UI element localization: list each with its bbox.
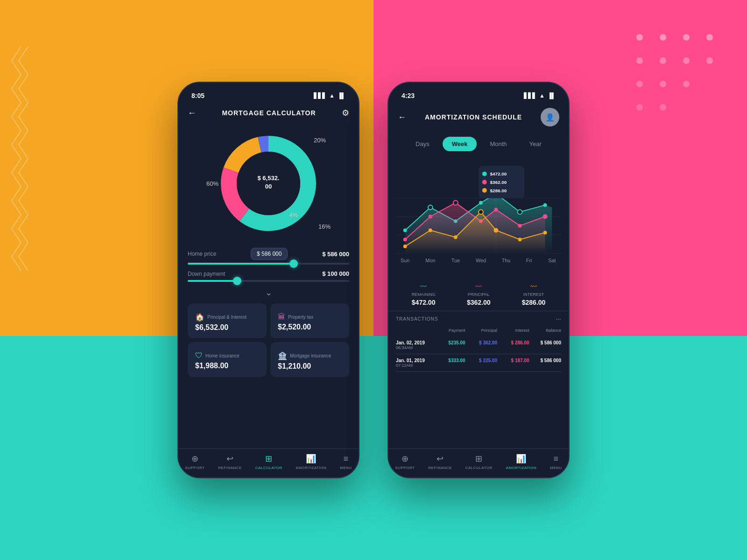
svg-point-54 (482, 172, 487, 176)
card-tax: 🏛 Property tax $2,520.00 (270, 303, 349, 338)
svg-point-31 (543, 203, 547, 207)
filter-button[interactable]: ⚙ (342, 108, 349, 118)
svg-point-37 (518, 224, 522, 228)
nav-menu-1[interactable]: ≡ MENU (340, 454, 352, 470)
calculator-icon-2: ⊞ (475, 454, 482, 464)
stat-label-remaining: Remaining (412, 292, 436, 297)
trans-time-2: 07:12AM (396, 363, 433, 368)
notch-2 (451, 83, 507, 96)
down-payment-label: Down payment (188, 271, 225, 277)
notch-1 (240, 83, 296, 96)
svg-text:Sun: Sun (401, 258, 409, 263)
amortization-icon-1: 📊 (306, 454, 316, 464)
stat-label-principal: Principal (468, 292, 490, 297)
svg-text:$362.00: $362.00 (490, 180, 507, 185)
trans-interest-1: $ 286.00 (504, 340, 529, 345)
support-icon-2: ⊕ (402, 454, 409, 464)
home-price-row: Home price $ 586 000 $ 586 000 (188, 248, 349, 260)
signal-icon: ▋▋▋ (314, 92, 326, 99)
donut-chart: $ 6,532. 00 60% 20% 16% 4% (178, 123, 359, 244)
col-balance: Balance (536, 328, 561, 333)
input-section: Home price $ 586 000 $ 586 000 Down paym… (178, 248, 359, 282)
nav-support-1[interactable]: ⊕ SUPPORT (185, 454, 204, 470)
user-avatar[interactable]: 👤 (541, 108, 559, 126)
nav-refinance-2[interactable]: ↩ REFINANCE (428, 454, 452, 470)
nav-amortization-1[interactable]: 📊 AMORTIZATION (296, 454, 327, 470)
tab-week[interactable]: Week (443, 137, 477, 151)
nav-label-calculator-2: CALCULATOR (465, 466, 493, 470)
stat-principal: 〰 Principal $362.00 (467, 283, 491, 306)
nav-calculator-1[interactable]: ⊞ CALCULATOR (255, 454, 282, 470)
home-price-display: $ 586 000 (322, 251, 349, 258)
transactions-options[interactable]: ··· (556, 315, 561, 322)
amortization-icon-2: 📊 (516, 454, 526, 464)
trans-principal-1: $ 362.00 (472, 340, 497, 345)
card-label-principal: 🏠 Principal & Interest (195, 313, 259, 322)
tab-month[interactable]: Month (480, 137, 516, 151)
nav-label-refinance-2: REFINANCE (428, 466, 452, 470)
transactions-title: TRANSACTIONS (396, 316, 438, 322)
tab-days[interactable]: Days (406, 137, 439, 151)
phones-wrapper: 8:05 ▋▋▋ ▲ ▐▌ ← MORTGAGE CALCULATOR ⚙ (0, 0, 747, 560)
card-label-tax: 🏛 Property tax (278, 313, 342, 321)
page-title-1: MORTGAGE CALCULATOR (222, 109, 316, 117)
donut-label-4: 4% (289, 211, 298, 218)
col-interest: Interest (504, 328, 529, 333)
card-principal: 🏠 Principal & Interest $6,532.00 (188, 303, 267, 338)
bottom-nav-1: ⊕ SUPPORT ↩ REFINANCE ⊞ CALCULATOR 📊 AMO… (178, 448, 359, 477)
col-principal: Principal (472, 328, 497, 333)
stat-value-remaining: $472.00 (412, 299, 436, 306)
back-button-1[interactable]: ← (188, 108, 196, 118)
line-chart: Sun Mon Tue Wed Thu Fri Sat $472.00 $362… (396, 161, 561, 273)
down-payment-display: $ 100 000 (322, 270, 349, 277)
battery-icon: ▐▌ (338, 92, 345, 99)
trans-time-1: 06:34AM (396, 345, 433, 350)
nav-label-amort-2: AMORTIZATION (506, 466, 537, 470)
home-price-slider[interactable] (188, 263, 349, 265)
nav-label-refinance-1: REFINANCE (218, 466, 242, 470)
svg-point-44 (518, 238, 522, 241)
transactions-section: TRANSACTIONS ··· Payment Principal Inter… (388, 311, 569, 376)
trans-balance-1: $ 586 000 (536, 340, 561, 345)
svg-text:Sat: Sat (548, 258, 556, 263)
calculator-icon: ⊞ (265, 454, 272, 464)
nav-refinance-1[interactable]: ↩ REFINANCE (218, 454, 242, 470)
battery-icon-2: ▐▌ (548, 92, 556, 99)
svg-point-28 (479, 201, 483, 205)
principal-wave-icon: 〰 (475, 283, 482, 290)
back-button-2[interactable]: ← (398, 112, 406, 122)
svg-text:00: 00 (265, 183, 272, 190)
donut-label-60: 60% (206, 180, 218, 187)
stats-row: 〰 Remaining $472.00 〰 Principal $362.00 … (388, 278, 569, 311)
status-icons-2: ▋▋▋ ▲ ▐▌ (524, 92, 556, 99)
svg-text:$ 6,532.: $ 6,532. (258, 175, 280, 182)
donut-label-20: 20% (314, 137, 326, 144)
svg-point-26 (428, 205, 433, 210)
card-value-mort-ins: $1,210.00 (278, 362, 342, 371)
tab-year[interactable]: Year (520, 137, 551, 151)
svg-point-56 (482, 180, 487, 184)
down-payment-row: Down payment $ 100 000 (188, 270, 349, 277)
stat-remaining: 〰 Remaining $472.00 (412, 283, 436, 306)
nav-calculator-2[interactable]: ⊞ CALCULATOR (465, 454, 493, 470)
card-mort-ins: 🏦 Mortgage insurance $1,210.00 (270, 342, 349, 377)
nav-amortization-2[interactable]: 📊 AMORTIZATION (506, 454, 537, 470)
trans-balance-2: $ 586 000 (536, 358, 561, 363)
svg-point-33 (429, 215, 432, 218)
svg-point-25 (403, 229, 407, 232)
page-title-2: AMORTIZATION SCHEDULE (425, 113, 522, 121)
nav-support-2[interactable]: ⊕ SUPPORT (395, 454, 415, 470)
expand-button[interactable]: ⌄ (178, 287, 359, 298)
refinance-icon: ↩ (226, 454, 233, 464)
wifi-icon: ▲ (329, 92, 335, 99)
down-payment-slider[interactable] (188, 280, 349, 282)
menu-icon-1: ≡ (344, 454, 349, 464)
signal-icon-2: ▋▋▋ (524, 92, 536, 99)
nav-menu-2[interactable]: ≡ MENU (550, 454, 562, 470)
svg-text:Mon: Mon (425, 258, 435, 263)
svg-point-32 (403, 238, 407, 241)
svg-point-43 (493, 228, 498, 233)
card-label-home-ins: 🛡 Home insurance (195, 351, 259, 360)
home-price-box[interactable]: $ 586 000 (251, 248, 288, 260)
donut-svg: $ 6,532. 00 (215, 130, 322, 237)
